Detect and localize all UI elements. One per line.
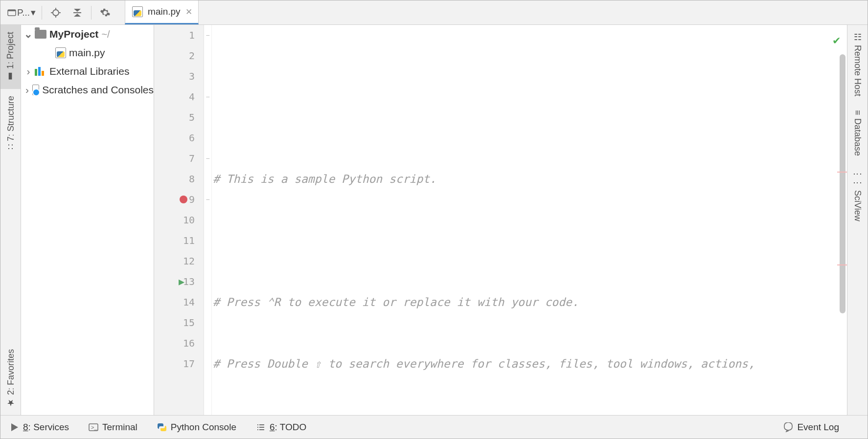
status-terminal[interactable]: >_ Terminal: [89, 422, 137, 433]
tool-database[interactable]: ≡ Database: [852, 103, 863, 163]
checkmark-icon: ✔: [833, 30, 840, 50]
python-file-icon: [55, 47, 66, 58]
chevron-down-icon: ⌄: [25, 28, 32, 40]
line-number[interactable]: 3: [154, 66, 204, 87]
tree-file[interactable]: main.py: [21, 44, 154, 62]
separator: [91, 6, 91, 20]
gear-icon[interactable]: [94, 2, 116, 23]
python-file-icon: [132, 6, 143, 17]
line-number[interactable]: 16: [154, 333, 204, 353]
status-event-log[interactable]: Event Log: [783, 422, 839, 433]
run-gutter-icon[interactable]: ▶: [179, 276, 184, 287]
svg-text:>_: >_: [91, 424, 97, 430]
project-tree: ⌄ MyProject ~/ main.py › External Librar…: [21, 25, 154, 415]
fold-mark: [204, 353, 211, 374]
fold-mark: [204, 333, 211, 353]
fold-mark: [204, 312, 211, 333]
right-tool-strip: ☷ Remote Host ≡ Database ⋮⋮ SciView: [847, 25, 868, 415]
line-number[interactable]: 12: [154, 251, 204, 271]
error-stripe[interactable]: [837, 172, 847, 173]
fold-mark: [204, 45, 211, 66]
chevron-right-icon: ›: [25, 84, 29, 96]
gutter[interactable]: 12345678910111213▶14151617: [154, 25, 204, 415]
breakpoint-icon[interactable]: [180, 196, 187, 203]
svg-rect-1: [8, 10, 16, 11]
line-number[interactable]: 1: [154, 25, 204, 45]
tree-scratches[interactable]: › Scratches and Consoles: [21, 81, 154, 99]
line-number[interactable]: 10: [154, 210, 204, 230]
fold-mark: [204, 271, 211, 292]
line-number[interactable]: 6: [154, 128, 204, 148]
line-number[interactable]: 2: [154, 45, 204, 66]
libraries-icon: [35, 67, 46, 76]
fold-mark: [204, 251, 211, 271]
tool-project[interactable]: ▮ 1: Project: [0, 25, 21, 89]
chevron-down-icon: ▾: [31, 7, 36, 18]
line-number[interactable]: 8: [154, 169, 204, 189]
fold-strip: −−−−: [204, 25, 212, 415]
fold-mark: [204, 230, 211, 251]
status-services[interactable]: 8: Services: [9, 422, 69, 433]
line-number[interactable]: 14: [154, 292, 204, 312]
scrollbar-thumb[interactable]: [840, 54, 845, 313]
line-number[interactable]: 7: [154, 148, 204, 169]
tool-sciview[interactable]: ⋮⋮ SciView: [852, 163, 863, 228]
line-number[interactable]: 13▶: [154, 271, 204, 292]
toolbar: P... ▾ main.py ✕: [0, 0, 868, 25]
left-tool-strip: ▮ 1: Project ∷ 7: Structure ★ 2: Favorit…: [0, 25, 21, 415]
status-todo[interactable]: 6: TODO: [256, 422, 306, 433]
nav-dropdown-label: P...: [17, 7, 30, 18]
collapse-icon[interactable]: [67, 2, 88, 23]
svg-rect-8: [73, 12, 81, 13]
fold-mark: [204, 107, 211, 128]
chevron-right-icon: ›: [25, 66, 32, 77]
fold-mark: [204, 210, 211, 230]
fold-mark[interactable]: −: [204, 189, 211, 210]
status-bar: 8: Services >_ Terminal Python Console 6…: [0, 415, 868, 439]
line-number[interactable]: 4: [154, 87, 204, 107]
svg-marker-10: [11, 423, 18, 431]
tool-remote-host[interactable]: ☷ Remote Host: [852, 25, 863, 103]
error-stripe[interactable]: [837, 264, 847, 265]
status-python-console[interactable]: Python Console: [157, 422, 236, 433]
fold-mark[interactable]: −: [204, 87, 211, 107]
line-number[interactable]: 5: [154, 107, 204, 128]
tool-favorites[interactable]: ★ 2: Favorites: [5, 342, 16, 415]
fold-mark: [204, 169, 211, 189]
fold-mark: [204, 292, 211, 312]
tree-project-root[interactable]: ⌄ MyProject ~/: [21, 25, 154, 44]
svg-marker-7: [74, 9, 81, 12]
close-icon[interactable]: ✕: [185, 7, 192, 17]
line-number[interactable]: 9: [154, 189, 204, 210]
fold-mark: [204, 66, 211, 87]
svg-marker-9: [74, 14, 81, 17]
code-area[interactable]: ✔ # This is a sample Python script. # Pr…: [212, 25, 847, 415]
separator: [42, 6, 42, 20]
svg-point-2: [53, 10, 59, 16]
fold-mark[interactable]: −: [204, 25, 211, 45]
editor[interactable]: 12345678910111213▶14151617 −−−− ✔ # This…: [154, 25, 847, 415]
editor-tab[interactable]: main.py ✕: [125, 0, 199, 24]
nav-dropdown[interactable]: P... ▾: [4, 7, 39, 18]
locate-icon[interactable]: [45, 2, 67, 23]
fold-mark[interactable]: −: [204, 148, 211, 169]
tree-external-libraries[interactable]: › External Libraries: [21, 62, 154, 81]
folder-icon: [35, 30, 46, 39]
tool-structure[interactable]: ∷ 7: Structure: [5, 89, 16, 156]
line-number[interactable]: 11: [154, 230, 204, 251]
tab-label: main.py: [148, 6, 181, 17]
line-number[interactable]: 15: [154, 312, 204, 333]
fold-mark: [204, 128, 211, 148]
line-number[interactable]: 17: [154, 353, 204, 374]
scratches-icon: [32, 85, 40, 95]
